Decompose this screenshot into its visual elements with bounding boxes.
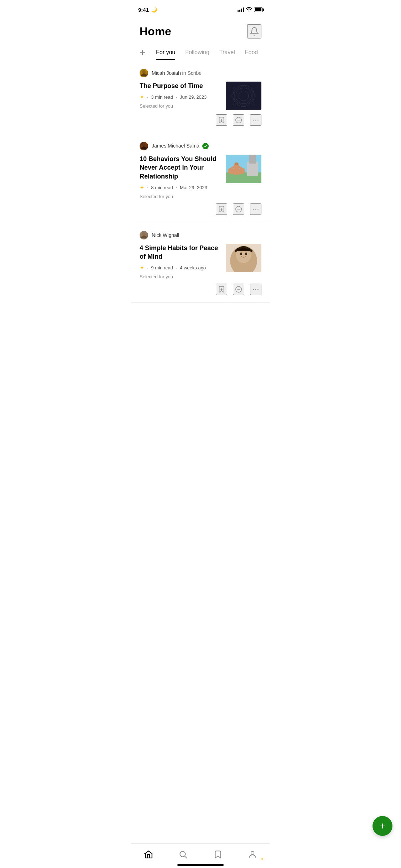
bookmark-button[interactable] xyxy=(216,284,227,295)
svg-point-41 xyxy=(255,289,256,290)
article-date: Mar 29, 2023 xyxy=(180,185,207,190)
svg-point-34 xyxy=(240,252,242,255)
article-actions xyxy=(140,114,261,126)
selected-label: Selected for you xyxy=(140,194,220,199)
ellipsis-icon xyxy=(252,116,260,124)
article-actions xyxy=(140,203,261,215)
svg-point-11 xyxy=(255,120,256,121)
moon-icon: 🌙 xyxy=(151,7,157,12)
less-button[interactable] xyxy=(233,203,244,215)
author-row: Nick Wignall xyxy=(140,231,261,239)
article-content: 4 Simple Habits for Peace of Mind ✦ · 9 … xyxy=(140,244,261,280)
svg-point-42 xyxy=(257,289,259,290)
svg-point-13 xyxy=(142,143,146,147)
status-icons xyxy=(238,7,263,12)
article-thumbnail xyxy=(226,244,261,272)
wifi-icon xyxy=(246,7,252,12)
battery-icon xyxy=(254,7,263,12)
minus-circle-icon xyxy=(235,285,243,293)
more-options-button[interactable] xyxy=(250,284,261,295)
svg-point-29 xyxy=(257,209,259,210)
avatar xyxy=(140,231,148,239)
more-options-button[interactable] xyxy=(250,114,261,126)
read-time: 3 min read xyxy=(151,94,173,100)
less-button[interactable] xyxy=(233,284,244,295)
svg-point-12 xyxy=(257,120,259,121)
bookmark-add-icon xyxy=(218,116,225,124)
star-icon: ✦ xyxy=(140,94,144,100)
tab-add-button[interactable] xyxy=(137,47,148,58)
page-header: Home xyxy=(131,17,270,44)
author-pub: in Scribe xyxy=(182,70,202,76)
status-time: 9:41 xyxy=(138,7,149,13)
article-title: 4 Simple Habits for Peace of Mind xyxy=(140,244,220,261)
tab-for-you[interactable]: For you xyxy=(151,46,180,60)
article-content: 10 Behaviors You Should Never Accept In … xyxy=(140,155,261,199)
selected-label: Selected for you xyxy=(140,274,220,279)
author-name: Micah Josiah xyxy=(152,70,181,76)
bookmark-button[interactable] xyxy=(216,203,227,215)
svg-point-35 xyxy=(245,252,247,255)
avatar xyxy=(140,142,148,150)
bell-icon xyxy=(250,27,259,36)
star-icon: ✦ xyxy=(140,264,144,271)
author-row: James Michael Sama xyxy=(140,142,261,150)
verified-badge xyxy=(202,143,209,149)
svg-rect-20 xyxy=(235,162,238,165)
article-date: Jun 29, 2023 xyxy=(180,94,207,100)
svg-rect-17 xyxy=(249,155,256,164)
bookmark-add-icon xyxy=(218,205,225,213)
article-title: 10 Behaviors You Should Never Accept In … xyxy=(140,155,220,181)
signal-icon xyxy=(238,7,244,12)
svg-point-28 xyxy=(255,209,256,210)
tab-travel[interactable]: Travel xyxy=(214,46,240,60)
tabs-bar: For you Following Travel Food xyxy=(131,44,270,60)
article-card: Micah Josiah in Scribe The Purpose of Ti… xyxy=(131,60,270,133)
author-row: Micah Josiah in Scribe xyxy=(140,69,261,77)
minus-circle-icon xyxy=(235,116,243,124)
article-content: The Purpose of Time ✦ · 3 min read · Jun… xyxy=(140,82,261,110)
avatar xyxy=(140,69,148,77)
articles-list: Micah Josiah in Scribe The Purpose of Ti… xyxy=(131,60,270,303)
svg-point-5 xyxy=(239,91,249,101)
selected-label: Selected for you xyxy=(140,103,220,109)
tab-following[interactable]: Following xyxy=(180,46,214,60)
article-meta: ✦ · 9 min read · 4 weeks ago xyxy=(140,264,220,271)
article-date: 4 weeks ago xyxy=(180,265,206,270)
page-title: Home xyxy=(140,25,171,38)
ellipsis-icon xyxy=(252,285,260,293)
less-button[interactable] xyxy=(233,114,244,126)
more-options-button[interactable] xyxy=(250,203,261,215)
svg-point-10 xyxy=(253,120,254,121)
svg-point-4 xyxy=(236,88,251,104)
svg-point-40 xyxy=(253,289,254,290)
ellipsis-icon xyxy=(252,205,260,213)
author-name: James Michael Sama xyxy=(152,143,199,149)
star-icon: ✦ xyxy=(140,184,144,191)
read-time: 9 min read xyxy=(151,265,173,270)
author-name: Nick Wignall xyxy=(152,232,179,238)
article-thumbnail xyxy=(226,155,261,183)
check-icon xyxy=(204,144,207,148)
read-time: 8 min read xyxy=(151,185,173,190)
article-meta: ✦ · 3 min read · Jun 29, 2023 xyxy=(140,94,220,100)
article-card: James Michael Sama 10 Behaviors You Shou… xyxy=(131,133,270,222)
bookmark-add-icon xyxy=(218,285,225,293)
bookmark-button[interactable] xyxy=(216,114,227,126)
status-bar: 9:41 🌙 xyxy=(131,0,270,17)
notification-button[interactable] xyxy=(247,24,261,38)
article-meta: ✦ · 8 min read · Mar 29, 2023 xyxy=(140,184,220,191)
svg-point-27 xyxy=(253,209,254,210)
article-card: Nick Wignall 4 Simple Habits for Peace o… xyxy=(131,222,270,303)
svg-point-30 xyxy=(142,232,146,236)
article-actions xyxy=(140,284,261,295)
article-title: The Purpose of Time xyxy=(140,82,220,90)
tab-food[interactable]: Food xyxy=(240,46,263,60)
minus-circle-icon xyxy=(235,205,243,213)
svg-point-2 xyxy=(142,70,146,74)
article-thumbnail xyxy=(226,82,261,110)
svg-rect-16 xyxy=(247,162,258,176)
